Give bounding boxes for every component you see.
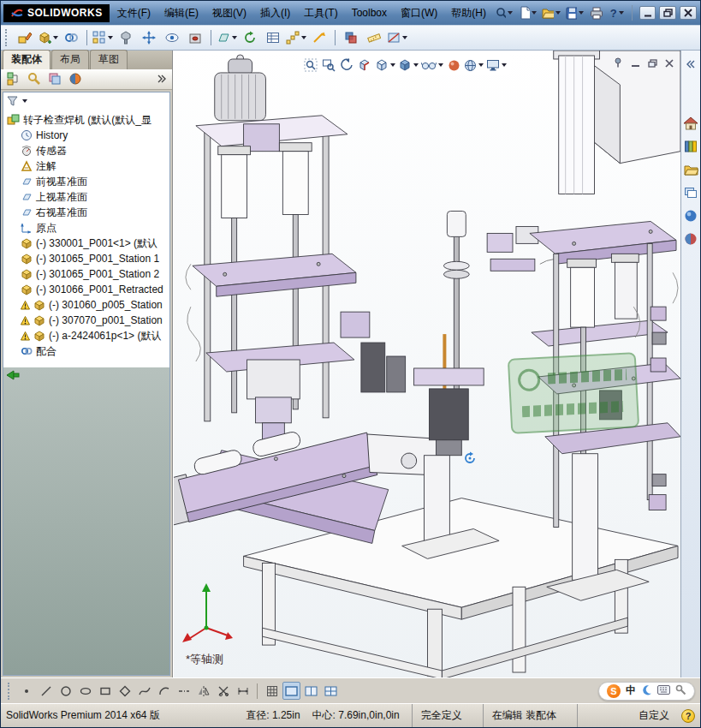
minimize-panel-button[interactable] (631, 58, 640, 70)
toolbar-grip[interactable] (5, 29, 9, 46)
tree-item-top-plane[interactable]: 上视基准面 (3, 189, 169, 205)
sketch-rectangle-button[interactable] (96, 682, 114, 700)
restore-panel-button[interactable] (648, 58, 657, 70)
edit-appearance-button[interactable] (446, 57, 461, 74)
property-manager-tab[interactable] (27, 72, 41, 88)
display-manager-tab[interactable] (68, 72, 82, 88)
configuration-manager-tab[interactable] (48, 72, 62, 88)
custom-status[interactable]: 自定义 (639, 708, 669, 723)
tree-item-history[interactable]: History (3, 128, 169, 143)
menu-window[interactable]: 窗口(W) (395, 3, 443, 23)
sketch-ellipse-button[interactable] (76, 682, 94, 700)
tree-item-root[interactable]: 转子检查焊机 (默认(默认_显 (3, 112, 169, 128)
assembly-features-button[interactable] (184, 27, 206, 49)
status-help-button[interactable]: ? (681, 709, 695, 723)
tree-item-right-plane[interactable]: 右视基准面 (3, 205, 169, 220)
ime-fullhalf-button[interactable] (641, 684, 652, 698)
restore-button[interactable] (659, 6, 676, 20)
save-button[interactable] (564, 3, 585, 22)
file-explorer-tab[interactable] (683, 161, 699, 177)
linear-component-pattern-button[interactable] (92, 27, 114, 49)
view-settings-button[interactable] (486, 57, 507, 74)
open-button[interactable] (540, 3, 562, 22)
menu-tools[interactable]: 工具(T) (298, 3, 343, 23)
tree-item-annotations[interactable]: 注解 (3, 158, 169, 174)
trim-entities-button[interactable] (214, 682, 232, 700)
minimize-button[interactable] (639, 6, 656, 20)
new-document-button[interactable] (518, 3, 538, 22)
sketch-polygon-button[interactable] (116, 682, 134, 700)
design-library-tab[interactable] (683, 138, 699, 154)
sketch-toolbar-grip[interactable] (8, 683, 12, 700)
exploded-view-button[interactable] (285, 27, 307, 49)
edit-component-button[interactable] (14, 27, 36, 49)
instant3d-button[interactable] (308, 27, 330, 49)
viewport-four-button[interactable] (322, 682, 340, 700)
mate-button[interactable] (60, 27, 82, 49)
tree-item-front-plane[interactable]: 前视基准面 (3, 174, 169, 189)
tree-item-component-307070[interactable]: (-) 307070_p001_Station (3, 313, 169, 328)
rollback-arrow[interactable] (6, 370, 21, 383)
ime-settings-button[interactable] (675, 684, 686, 698)
move-component-button[interactable] (138, 27, 160, 49)
close-button[interactable] (680, 6, 697, 20)
close-panel-button[interactable] (665, 58, 674, 70)
sogou-logo-icon[interactable]: S (607, 684, 621, 698)
sketch-spline-button[interactable] (135, 682, 153, 700)
new-motion-study-button[interactable] (239, 27, 261, 49)
help-button[interactable]: ? (608, 3, 627, 22)
sketch-circle-button[interactable] (56, 682, 74, 700)
tree-item-component-301060[interactable]: (-) 301060_p005_Station (3, 297, 169, 313)
zoom-to-area-button[interactable] (321, 57, 336, 74)
tab-assembly[interactable]: 装配体 (3, 50, 50, 69)
print-button[interactable] (587, 3, 606, 22)
sketch-line-button[interactable] (37, 682, 55, 700)
tree-item-mates[interactable]: 配合 (3, 343, 169, 359)
sketch-centerline-button[interactable] (175, 682, 193, 700)
tree-item-component-a2424061p[interactable]: (-) a-2424061p<1> (默认 (3, 328, 169, 343)
section-view-button[interactable] (357, 57, 372, 74)
ime-keyboard-button[interactable] (657, 685, 670, 697)
smart-dimension-button[interactable] (234, 682, 252, 700)
viewport-two-button[interactable] (302, 682, 320, 700)
sketch-point-button[interactable] (17, 682, 35, 700)
tree-item-sensors[interactable]: 传感器 (3, 143, 169, 158)
mirror-entities-button[interactable] (194, 682, 212, 700)
task-pane-collapse-button[interactable] (683, 56, 699, 72)
view-orientation-button[interactable] (375, 57, 395, 74)
custom-properties-tab[interactable] (683, 230, 699, 247)
reference-geometry-button[interactable] (216, 27, 238, 49)
filter-input[interactable] (30, 95, 166, 106)
menu-help[interactable]: 帮助(H) (445, 3, 492, 23)
solidworks-resources-tab[interactable] (683, 115, 699, 131)
hide-show-items-button[interactable] (421, 57, 443, 74)
viewport-single-button[interactable] (282, 682, 300, 700)
tab-sketch[interactable]: 草图 (90, 50, 128, 69)
menu-file[interactable]: 文件(F) (111, 3, 157, 23)
tree-item-component-330001[interactable]: (-) 330001_P001<1> (默认 (3, 236, 169, 251)
tab-layout[interactable]: 布局 (51, 50, 89, 69)
menu-toolbox[interactable]: Toolbox (346, 4, 393, 21)
apply-scene-button[interactable] (464, 57, 484, 74)
smart-fasteners-button[interactable] (115, 27, 137, 49)
tree-item-component-301065-s2[interactable]: (-) 301065_P001_Station 2 (3, 266, 169, 282)
section-view-button[interactable] (386, 27, 408, 49)
tree-item-component-301066[interactable]: (-) 301066_P001_Retracted (3, 282, 169, 297)
tree-item-origin[interactable]: 原点 (3, 220, 169, 236)
grid-system-button[interactable] (263, 682, 281, 700)
menu-view[interactable]: 视图(V) (206, 3, 252, 23)
appearances-tab[interactable] (683, 207, 699, 224)
search-button[interactable] (494, 3, 514, 22)
show-hidden-components-button[interactable] (161, 27, 183, 49)
pin-button[interactable] (613, 57, 623, 70)
insert-components-button[interactable] (37, 27, 59, 49)
panel-overflow-button[interactable] (157, 74, 166, 86)
menu-insert[interactable]: 插入(I) (254, 3, 296, 23)
bill-of-materials-button[interactable] (262, 27, 284, 49)
sketch-arc-button[interactable] (155, 682, 173, 700)
measure-button[interactable] (363, 27, 385, 49)
design-tree-tab[interactable] (7, 72, 21, 88)
menu-edit[interactable]: 编辑(E) (158, 3, 205, 23)
view-palette-tab[interactable] (683, 184, 699, 200)
previous-view-button[interactable] (339, 57, 354, 74)
